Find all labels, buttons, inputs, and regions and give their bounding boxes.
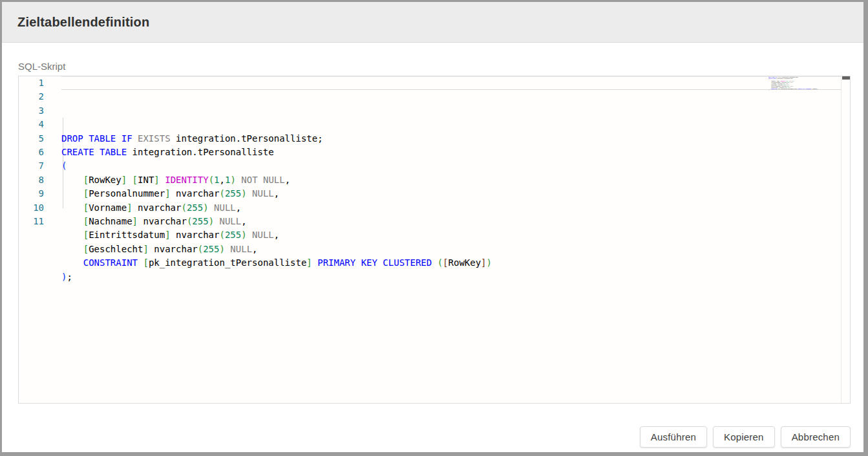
minimap[interactable]: DROP TABLE IF EXISTS integration.tPerson… — [768, 77, 841, 403]
line-number-gutter[interactable]: 1234567891011 — [19, 76, 44, 228]
dialog-body: SQL-Skript 1234567891011 DROP TABLE IF E… — [2, 43, 863, 452]
dialog-title: Zieltabellendefinition — [17, 15, 149, 30]
execute-button[interactable]: Ausführen — [640, 426, 707, 448]
sql-code-editor[interactable]: 1234567891011 DROP TABLE IF EXISTS integ… — [18, 76, 851, 404]
cancel-button[interactable]: Abbrechen — [781, 426, 851, 448]
dialog-header: Zieltabellendefinition — [2, 2, 863, 43]
copy-button[interactable]: Kopieren — [713, 426, 775, 448]
scrollbar-overview-ruler[interactable] — [841, 76, 850, 403]
current-line-highlight — [61, 76, 841, 90]
sql-script-label: SQL-Skript — [18, 61, 851, 72]
minimap-content: DROP TABLE IF EXISTS integration.tPerson… — [768, 77, 777, 91]
dialog-footer: Ausführen Kopieren Abbrechen — [18, 426, 851, 448]
dialog-window: Zieltabellendefinition SQL-Skript 123456… — [0, 0, 868, 456]
cursor-position-marker — [842, 76, 850, 80]
code-lines: DROP TABLE IF EXISTS integration.tPerson… — [61, 132, 850, 284]
code-area[interactable]: DROP TABLE IF EXISTS integration.tPerson… — [44, 76, 850, 403]
